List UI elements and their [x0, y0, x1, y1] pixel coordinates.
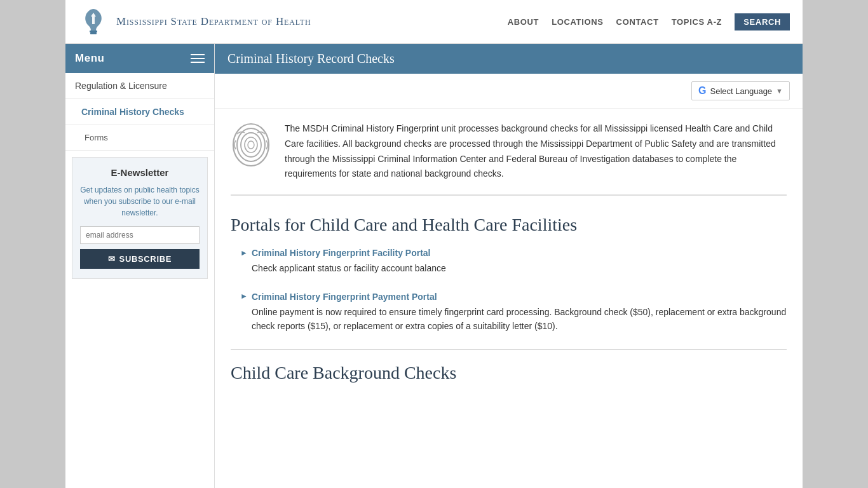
- translate-label: Select Language: [710, 86, 773, 96]
- subscribe-label: SUBSCRIBE: [119, 254, 172, 264]
- nav-search[interactable]: SEARCH: [735, 13, 790, 30]
- portal-item-1: ► Criminal History Fingerprint Facility …: [231, 248, 787, 275]
- portals-section-title: Portals for Child Care and Health Care F…: [231, 215, 787, 235]
- enewsletter-description: Get updates on public health topics when…: [80, 184, 200, 219]
- logo-area: Mississippi State Department of Health: [78, 6, 311, 37]
- main-nav: ABOUT LOCATIONS CONTACT TOPICS A-Z SEARC…: [508, 13, 790, 30]
- svg-rect-0: [90, 30, 97, 32]
- portal-link-row-1: ► Criminal History Fingerprint Facility …: [240, 248, 787, 258]
- portal-link-row-2: ► Criminal History Fingerprint Payment P…: [240, 292, 787, 302]
- page-layout: Menu Regulation & Licensure Criminal His…: [65, 44, 803, 488]
- site-title: Mississippi State Department of Health: [116, 15, 311, 28]
- svg-rect-1: [90, 32, 97, 34]
- page-title: Criminal History Record Checks: [227, 51, 790, 66]
- section-divider: [231, 349, 787, 350]
- menu-label: Menu: [75, 52, 104, 65]
- child-care-section-title: Child Care Background Checks: [231, 363, 787, 383]
- envelope-icon: ✉: [108, 254, 116, 264]
- translate-dropdown-arrow: ▼: [776, 87, 783, 95]
- portal-description-2: Online payment is now required to ensure…: [252, 305, 787, 334]
- portal-link-1[interactable]: Criminal History Fingerprint Facility Po…: [252, 248, 431, 258]
- hamburger-line-1: [191, 54, 205, 55]
- portal-arrow-icon-2: ►: [240, 292, 248, 301]
- sidebar-item-criminal-history[interactable]: Criminal History Checks: [65, 99, 214, 125]
- subscribe-button[interactable]: ✉ SUBSCRIBE: [80, 249, 200, 269]
- portal-description-1: Check applicant status or facility accou…: [252, 261, 787, 275]
- svg-point-2: [233, 124, 269, 166]
- nav-topics[interactable]: TOPICS A-Z: [672, 17, 722, 27]
- sidebar-item-regulation[interactable]: Regulation & Licensure: [65, 73, 214, 99]
- site-header: Mississippi State Department of Health A…: [65, 0, 803, 44]
- page-header-bar: Criminal History Record Checks: [215, 44, 803, 74]
- translate-widget[interactable]: G Select Language ▼: [691, 81, 790, 100]
- main-content: Criminal History Record Checks G Select …: [215, 44, 803, 488]
- sidebar-item-forms[interactable]: Forms: [65, 125, 214, 151]
- svg-point-6: [248, 141, 254, 149]
- nav-about[interactable]: ABOUT: [508, 17, 539, 27]
- nav-contact[interactable]: CONTACT: [616, 17, 659, 27]
- hamburger-line-3: [191, 62, 205, 63]
- sidebar-menu-bar[interactable]: Menu: [65, 44, 214, 73]
- hamburger-line-2: [191, 58, 205, 59]
- hamburger-icon[interactable]: [191, 54, 205, 63]
- fingerprint-image: [231, 121, 272, 169]
- msdh-logo-icon: [78, 6, 109, 37]
- portal-arrow-icon-1: ►: [240, 248, 248, 258]
- nav-locations[interactable]: LOCATIONS: [552, 17, 603, 27]
- intro-section: The MSDH Criminal History Fingerprint un…: [231, 121, 787, 196]
- intro-paragraph: The MSDH Criminal History Fingerprint un…: [285, 121, 787, 182]
- email-input[interactable]: [80, 226, 200, 244]
- translate-bar: G Select Language ▼: [215, 74, 803, 109]
- portal-link-2[interactable]: Criminal History Fingerprint Payment Por…: [252, 292, 437, 302]
- svg-point-5: [245, 137, 257, 152]
- content-area: The MSDH Criminal History Fingerprint un…: [215, 109, 803, 402]
- portal-item-2: ► Criminal History Fingerprint Payment P…: [231, 292, 787, 334]
- enewsletter-title: E-Newsletter: [80, 167, 200, 178]
- google-g-icon: G: [698, 85, 706, 97]
- enewsletter-box: E-Newsletter Get updates on public healt…: [72, 157, 208, 279]
- svg-point-4: [241, 133, 261, 157]
- sidebar: Menu Regulation & Licensure Criminal His…: [65, 44, 215, 488]
